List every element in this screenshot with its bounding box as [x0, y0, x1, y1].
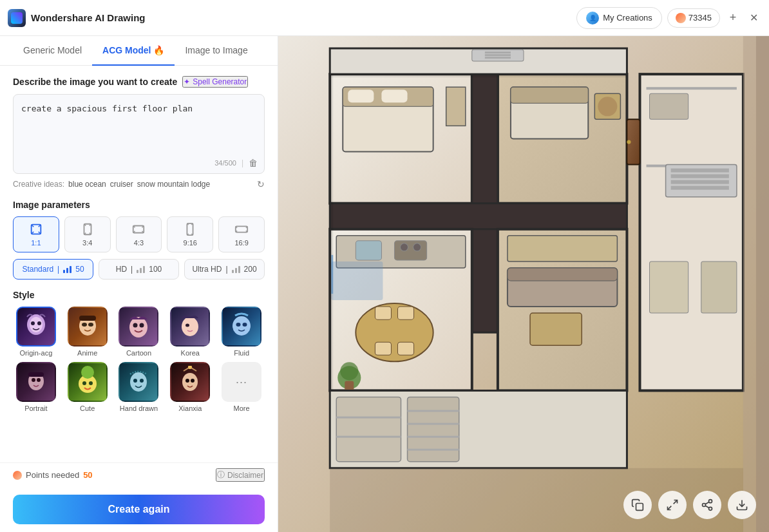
svg-rect-79: [397, 307, 413, 319]
style-name-portrait: Portrait: [24, 404, 47, 412]
disclaimer-button[interactable]: ⓘ Disclaimer: [216, 468, 265, 482]
char-count: 34/500: [214, 159, 236, 167]
tabs-bar: Generic Model ACG Model 🔥 Image to Image: [0, 36, 278, 66]
style-item-fluid[interactable]: Fluid: [218, 307, 265, 357]
svg-point-126: [703, 504, 706, 507]
svg-point-125: [709, 500, 712, 503]
style-item-cute[interactable]: Cute: [64, 362, 111, 412]
svg-rect-74: [394, 241, 426, 260]
tab-image-to-image[interactable]: Image to Image: [175, 36, 258, 66]
svg-rect-70: [330, 204, 627, 229]
panel-content: Describe the image you want to create ✦ …: [0, 66, 278, 462]
creative-ideas-row: Creative ideas: blue ocean cruiser snow …: [13, 179, 265, 189]
svg-point-55: [191, 379, 195, 383]
bar-2: [66, 268, 68, 273]
close-button[interactable]: ✕: [746, 10, 761, 26]
style-more-button[interactable]: ··· More: [218, 362, 265, 412]
bar-3: [143, 266, 145, 273]
style-item-cartoon[interactable]: Cartoon: [116, 307, 162, 357]
clear-textarea-button[interactable]: 🗑: [249, 158, 258, 168]
divider: |: [242, 158, 243, 167]
download-action-button[interactable]: [728, 491, 756, 519]
expand-action-button[interactable]: [658, 491, 687, 519]
svg-rect-80: [375, 342, 391, 355]
creative-tag-0[interactable]: blue ocean: [68, 180, 106, 189]
refresh-ideas-button[interactable]: ↻: [257, 179, 265, 189]
svg-rect-61: [348, 90, 374, 102]
ratio-3-4-button[interactable]: 3:4: [64, 216, 111, 252]
ratio-16-9-icon: [234, 222, 249, 236]
ratio-1-1-label: 1:1: [31, 239, 41, 247]
style-name-fluid: Fluid: [234, 349, 249, 357]
style-svg-korea: [174, 310, 206, 343]
bar-3: [238, 266, 240, 273]
style-name-cute: Cute: [80, 404, 95, 412]
ratio-16-9-button[interactable]: 16:9: [218, 216, 265, 252]
style-more-label: More: [234, 404, 250, 412]
svg-point-53: [182, 373, 198, 391]
description-textarea[interactable]: create a spacious first floor plan: [14, 95, 264, 153]
ratio-9-16-icon: [183, 222, 197, 236]
spell-gen-label: Spell Generator: [193, 77, 247, 86]
style-section: Style: [13, 290, 265, 412]
svg-rect-118: [331, 261, 383, 300]
svg-point-30: [82, 323, 87, 327]
bar-1: [137, 270, 138, 273]
quality-row: Standard | 50 HD |: [13, 259, 265, 280]
style-thumb-xianxia: [170, 362, 210, 402]
quality-standard-button[interactable]: Standard | 50: [13, 259, 93, 280]
svg-point-51: [133, 379, 137, 383]
style-svg-cartoon: [122, 310, 155, 343]
style-item-korea[interactable]: Korea: [167, 307, 213, 357]
tab-generic-model[interactable]: Generic Model: [13, 36, 92, 66]
quality-hd-points: 100: [149, 265, 162, 274]
svg-rect-122: [756, 36, 769, 532]
ratio-1-1-button[interactable]: 1:1: [13, 216, 59, 252]
style-item-xianxia[interactable]: Xianxia: [167, 362, 213, 412]
quality-hd-button[interactable]: HD | 100: [99, 259, 179, 280]
svg-point-47: [81, 366, 94, 379]
creative-tag-2[interactable]: snow mountain lodge: [137, 180, 210, 189]
bar-3: [70, 266, 71, 273]
more-dots-icon: ···: [236, 375, 247, 389]
svg-point-50: [130, 372, 147, 392]
svg-point-52: [140, 379, 144, 383]
quality-ultrahd-button[interactable]: Ultra HD | 200: [184, 259, 265, 280]
spell-generator-button[interactable]: ✦ Spell Generator: [182, 76, 248, 88]
ratio-4-3-label: 4:3: [134, 239, 144, 247]
image-params-label: Image parameters: [13, 200, 265, 210]
ratio-9-16-label: 9:16: [184, 239, 197, 247]
disclaimer-icon: ⓘ: [217, 470, 225, 480]
create-again-button[interactable]: Create again: [13, 495, 265, 524]
ratio-4-3-button[interactable]: 4:3: [116, 216, 162, 252]
creative-tag-1[interactable]: cruiser: [110, 180, 133, 189]
quality-standard-label: Standard: [22, 265, 53, 274]
style-svg-fluid: [225, 310, 258, 343]
svg-point-34: [133, 323, 138, 328]
disclaimer-label: Disclaimer: [227, 471, 263, 480]
titlebar-right: 👤 My Creations 73345 + ✕: [576, 7, 761, 29]
style-item-origin-acg[interactable]: Origin-acg: [13, 307, 59, 357]
svg-rect-114: [408, 423, 459, 425]
svg-point-35: [140, 323, 144, 328]
tab-acg-model[interactable]: ACG Model 🔥: [92, 36, 175, 66]
add-points-button[interactable]: +: [725, 10, 741, 26]
svg-point-49: [89, 381, 93, 385]
points-badge-button[interactable]: 73345: [667, 8, 720, 28]
expand-icon: [666, 499, 679, 511]
bar-1: [63, 270, 65, 273]
style-item-portrait[interactable]: Portrait: [13, 362, 59, 412]
svg-point-44: [37, 378, 41, 382]
quality-hd-bars: [137, 266, 145, 273]
style-grid: Origin-acg Anime: [13, 307, 265, 412]
my-creations-button[interactable]: 👤 My Creations: [576, 7, 662, 29]
svg-rect-32: [79, 316, 96, 321]
copy-action-button[interactable]: [623, 491, 652, 519]
style-item-anime[interactable]: Anime: [64, 307, 111, 357]
my-creations-icon: 👤: [586, 12, 599, 24]
svg-point-127: [709, 507, 712, 510]
ratio-9-16-button[interactable]: 9:16: [167, 216, 213, 252]
share-action-button[interactable]: [693, 491, 721, 519]
share-icon: [701, 499, 714, 511]
style-item-hand-drawn[interactable]: Hand drawn: [116, 362, 162, 412]
